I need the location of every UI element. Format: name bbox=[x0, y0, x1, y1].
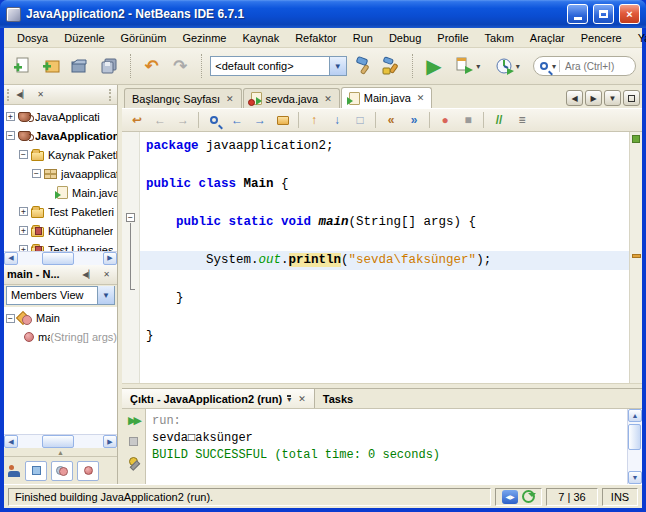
scroll-right-icon[interactable]: ▶ bbox=[103, 252, 117, 265]
forward-icon[interactable]: → bbox=[172, 110, 194, 130]
code-line-10[interactable] bbox=[140, 308, 629, 327]
no-errors-mark[interactable] bbox=[632, 135, 640, 143]
drag-grip[interactable] bbox=[7, 89, 12, 101]
scroll-tabs-right-icon[interactable]: ▶ bbox=[585, 90, 602, 106]
undo-icon[interactable]: ↶ bbox=[139, 53, 165, 79]
tab-list-dropdown-icon[interactable]: ▼ bbox=[604, 90, 621, 106]
tree-item-main-class[interactable]: − Main bbox=[6, 309, 117, 328]
menu-g-r-n-m[interactable]: Görünüm bbox=[114, 30, 174, 46]
menu-pencere[interactable]: Pencere bbox=[574, 30, 629, 46]
code-line-2[interactable] bbox=[140, 156, 629, 175]
show-fields-toggle[interactable] bbox=[25, 461, 47, 481]
output-console[interactable]: run:sevda□aksüngerBUILD SUCCESSFUL (tota… bbox=[146, 409, 627, 484]
occurrence-mark[interactable] bbox=[632, 254, 641, 258]
maximize-editor-icon[interactable] bbox=[623, 90, 640, 106]
tree-item-javaapplication2[interactable]: −JavaApplication2 bbox=[6, 126, 117, 145]
show-non-public-toggle[interactable] bbox=[77, 461, 99, 481]
menu-tak-m[interactable]: Takım bbox=[478, 30, 521, 46]
scroll-down-icon[interactable]: ▼ bbox=[628, 471, 642, 484]
scroll-left-icon[interactable]: ◀ bbox=[4, 435, 18, 448]
debug-icon[interactable]: ▾ bbox=[450, 53, 486, 79]
close-tab-icon[interactable]: ✕ bbox=[324, 94, 332, 104]
code-line-8[interactable] bbox=[140, 270, 629, 289]
minimize-panel-icon[interactable]: ◀▏ bbox=[81, 267, 96, 281]
previous-bookmark-icon[interactable]: ↑ bbox=[303, 110, 325, 130]
ant-settings-icon[interactable] bbox=[125, 454, 143, 470]
scroll-left-icon[interactable]: ◀ bbox=[4, 252, 18, 265]
comment-icon[interactable]: // bbox=[488, 110, 510, 130]
menu-profile[interactable]: Profile bbox=[430, 30, 475, 46]
projects-horizontal-scrollbar[interactable]: ◀ ▶ bbox=[4, 251, 117, 265]
record-macro-icon[interactable]: ● bbox=[434, 110, 456, 130]
drag-grip[interactable] bbox=[109, 89, 114, 101]
scrollbar-thumb[interactable] bbox=[42, 435, 74, 448]
close-tab-icon[interactable]: ✕ bbox=[417, 93, 425, 103]
next-occurrence-icon[interactable]: → bbox=[249, 110, 271, 130]
tree-item-main-java[interactable]: Main.java bbox=[6, 183, 117, 202]
tree-item-main-method[interactable]: main(String[] args) bbox=[6, 328, 117, 347]
expand-icon[interactable]: + bbox=[6, 112, 15, 121]
scrollbar-thumb[interactable] bbox=[628, 424, 641, 450]
last-edit-icon[interactable]: ↩ bbox=[126, 110, 148, 130]
previous-occurrence-icon[interactable]: ← bbox=[226, 110, 248, 130]
dropdown-filter-icon[interactable]: ▾ bbox=[287, 395, 291, 403]
code-editor[interactable]: − package javaapplication2; public class… bbox=[122, 132, 642, 383]
menu-d-zenle[interactable]: Düzenle bbox=[57, 30, 111, 46]
code-area[interactable]: package javaapplication2; public class M… bbox=[140, 132, 629, 383]
stop-icon[interactable] bbox=[125, 433, 143, 449]
minimize-button[interactable] bbox=[567, 4, 588, 24]
output-vertical-scrollbar[interactable]: ▲ ▼ bbox=[627, 409, 642, 484]
quick-search[interactable]: ▾ bbox=[533, 56, 636, 76]
scroll-up-icon[interactable]: ▲ bbox=[628, 409, 642, 422]
search-input[interactable] bbox=[563, 60, 625, 73]
toggle-bookmark-icon[interactable]: □ bbox=[349, 110, 371, 130]
code-line-6[interactable] bbox=[140, 232, 629, 251]
chevron-down-icon[interactable]: ▼ bbox=[329, 57, 346, 75]
code-line-1[interactable]: package javaapplication2; bbox=[140, 137, 629, 156]
close-panel-icon[interactable]: ✕ bbox=[33, 88, 48, 102]
build-icon[interactable] bbox=[350, 53, 376, 79]
open-project-icon[interactable] bbox=[67, 53, 93, 79]
tab-tasks[interactable]: Tasks bbox=[315, 389, 361, 408]
scrollbar-thumb[interactable] bbox=[42, 252, 74, 265]
code-line-7[interactable]: System.out.println("sevda\faksünger"); bbox=[140, 251, 629, 270]
menu-debug[interactable]: Debug bbox=[382, 30, 428, 46]
tab-main-java[interactable]: Main.java ✕ bbox=[341, 87, 433, 108]
redo-icon[interactable]: ↷ bbox=[168, 53, 194, 79]
menu-dosya[interactable]: Dosya bbox=[10, 30, 55, 46]
uncomment-icon[interactable]: ≡ bbox=[511, 110, 533, 130]
close-tab-icon[interactable]: ✕ bbox=[298, 394, 306, 404]
close-panel-icon[interactable]: ✕ bbox=[99, 267, 114, 281]
next-bookmark-icon[interactable]: ↓ bbox=[326, 110, 348, 130]
tab-output-run[interactable]: Çıktı - JavaApplication2 (run) ▾ ✕ bbox=[122, 389, 315, 408]
collapse-icon[interactable]: − bbox=[6, 131, 15, 140]
rerun-icon[interactable]: ▶▶ bbox=[125, 412, 143, 428]
show-static-members-toggle[interactable] bbox=[51, 461, 73, 481]
profile-icon[interactable]: ▾ bbox=[488, 53, 526, 79]
menu-run[interactable]: Run bbox=[346, 30, 380, 46]
find-icon[interactable] bbox=[203, 110, 225, 130]
chevron-down-icon[interactable]: ▾ bbox=[552, 62, 556, 71]
run-icon[interactable]: ▶ bbox=[421, 53, 447, 79]
tree-item-test-libraries[interactable]: +Test Libraries bbox=[6, 240, 117, 251]
toggle-highlight-icon[interactable] bbox=[272, 110, 294, 130]
code-line-4[interactable] bbox=[140, 194, 629, 213]
code-line-5[interactable]: public static void main(String[] args) { bbox=[140, 213, 629, 232]
fold-collapse-icon[interactable]: − bbox=[126, 213, 135, 222]
expand-icon[interactable]: + bbox=[19, 207, 28, 216]
collapse-icon[interactable]: − bbox=[6, 314, 15, 323]
members-view-combobox[interactable]: Members View ▼ bbox=[6, 286, 115, 305]
scanning-icon[interactable] bbox=[522, 490, 535, 503]
code-line-11[interactable]: } bbox=[140, 327, 629, 346]
new-file-icon[interactable] bbox=[10, 53, 36, 79]
navigator-horizontal-scrollbar[interactable]: ◀ ▶ bbox=[4, 434, 117, 448]
tree-item-javaapplicati[interactable]: +JavaApplicati bbox=[6, 107, 117, 126]
stop-macro-icon[interactable]: ■ bbox=[457, 110, 479, 130]
code-line-9[interactable]: } bbox=[140, 289, 629, 308]
back-icon[interactable]: ← bbox=[149, 110, 171, 130]
scroll-right-icon[interactable]: ▶ bbox=[103, 435, 117, 448]
new-project-icon[interactable] bbox=[39, 53, 65, 79]
inherited-members-icon[interactable] bbox=[8, 465, 21, 477]
menu-kaynak[interactable]: Kaynak bbox=[235, 30, 286, 46]
tab-start-page[interactable]: Başlangıç Sayfası ✕ bbox=[124, 88, 242, 108]
